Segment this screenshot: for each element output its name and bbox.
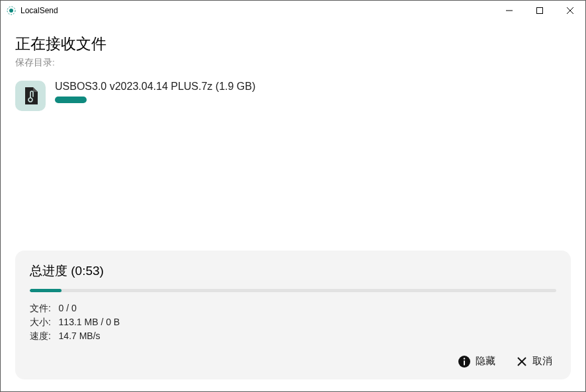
stat-files: 文件: 0 / 0 <box>30 301 556 315</box>
stat-size-value: 113.1 MB / 0 B <box>59 317 120 327</box>
hide-button[interactable]: 隐藏 <box>454 352 499 370</box>
close-icon <box>517 356 527 367</box>
content-area: 正在接收文件 保存目录: USBOS3.0 v2023.04.14 PLUS.7… <box>1 20 585 391</box>
cancel-button[interactable]: 取消 <box>513 352 556 370</box>
stat-speed-value: 14.7 MB/s <box>59 331 101 341</box>
attachment-icon <box>15 81 46 111</box>
summary-time: (0:53) <box>71 264 104 278</box>
overall-progress-fill <box>30 289 62 292</box>
file-progress-bar <box>55 97 87 103</box>
svg-rect-7 <box>464 360 465 365</box>
file-item: USBOS3.0 v2023.04.14 PLUS.7z (1.9 GB) <box>15 81 571 111</box>
titlebar: LocalSend <box>1 1 585 20</box>
summary-card: 总进度 (0:53) 文件: 0 / 0 大小: 113.1 MB / 0 B … <box>15 251 571 379</box>
summary-title: 总进度 (0:53) <box>30 262 556 280</box>
svg-rect-3 <box>537 8 543 14</box>
stat-files-value: 0 / 0 <box>59 303 77 313</box>
file-info: USBOS3.0 v2023.04.14 PLUS.7z (1.9 GB) <box>55 81 255 103</box>
maximize-button[interactable] <box>524 1 555 20</box>
save-dir-label: 保存目录: <box>15 57 571 69</box>
summary-title-text: 总进度 <box>30 264 67 278</box>
info-icon <box>458 356 470 368</box>
window-controls <box>494 1 585 20</box>
minimize-button[interactable] <box>494 1 524 20</box>
action-row: 隐藏 取消 <box>30 352 556 370</box>
hide-label: 隐藏 <box>476 355 495 368</box>
stat-size-label: 大小: <box>30 317 51 327</box>
app-icon <box>6 5 17 16</box>
stat-speed: 速度: 14.7 MB/s <box>30 329 556 343</box>
overall-progress-track <box>30 289 556 292</box>
close-button[interactable] <box>555 1 585 20</box>
window-title: LocalSend <box>21 6 58 15</box>
file-name: USBOS3.0 v2023.04.14 PLUS.7z (1.9 GB) <box>55 81 255 93</box>
page-heading: 正在接收文件 <box>15 34 571 54</box>
stat-size: 大小: 113.1 MB / 0 B <box>30 315 556 329</box>
svg-point-1 <box>9 9 13 13</box>
svg-point-8 <box>464 358 465 359</box>
stat-files-label: 文件: <box>30 303 51 313</box>
stat-speed-label: 速度: <box>30 331 51 341</box>
cancel-label: 取消 <box>532 355 552 368</box>
